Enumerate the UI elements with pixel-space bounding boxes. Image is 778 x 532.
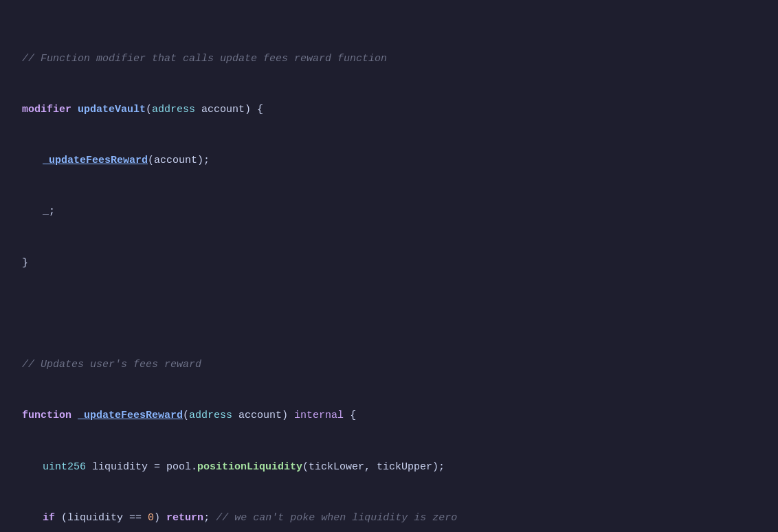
line-5: } — [22, 255, 756, 272]
keyword-function: function — [22, 410, 71, 421]
line-blank-1 — [22, 306, 756, 323]
type-address-2: address — [189, 410, 232, 421]
comment-inline: // we can't poke when liquidity is zero — [216, 512, 457, 524]
line-1: // Function modifier that calls update f… — [22, 51, 756, 68]
keyword-return: return — [166, 512, 203, 524]
code-content: // Function modifier that calls update f… — [22, 16, 756, 532]
func-updatefeesreward-def: _updateFeesReward — [78, 410, 183, 421]
line-comment-2: // Updates user's fees reward — [22, 357, 756, 374]
func-updatefeesreward-call: _updateFeesReward — [43, 155, 148, 166]
line-if-liquidity: if (liquidity == 0) return; // we can't … — [22, 510, 756, 527]
line-liquidity: uint256 liquidity = pool.positionLiquidi… — [22, 459, 756, 476]
method-positionliquidity: positionLiquidity — [197, 461, 302, 473]
type-uint256: uint256 — [43, 461, 86, 473]
code-editor: // Function modifier that calls update f… — [0, 0, 778, 532]
line-func-def: function _updateFeesReward(address accou… — [22, 408, 756, 425]
line-4: _; — [22, 203, 756, 221]
type-address: address — [152, 104, 195, 115]
comment-1: // Function modifier that calls update f… — [22, 53, 387, 65]
comment-2: // Updates user's fees reward — [22, 359, 201, 370]
line-3: _updateFeesReward(account); — [22, 153, 756, 170]
keyword-internal: internal — [294, 410, 344, 421]
line-2: modifier updateVault(address account) { — [22, 102, 756, 119]
number-0: 0 — [148, 512, 154, 524]
keyword-modifier: modifier — [22, 104, 71, 115]
func-updatevault: updateVault — [78, 104, 146, 115]
keyword-if: if — [43, 512, 55, 524]
